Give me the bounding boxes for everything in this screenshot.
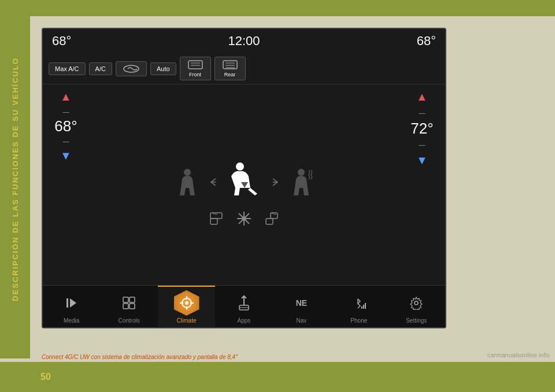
nav-hex: NE [288, 290, 314, 316]
side-label-container: DESCRIPCIÓN DE LAS FUNCIONES DE SU VEHÍC… [0, 0, 30, 358]
svg-rect-36 [365, 303, 366, 309]
svg-rect-22 [123, 297, 128, 302]
rear-defrost-icon [222, 60, 238, 71]
phone-label: Phone [350, 317, 367, 324]
airflow-mode-button[interactable] [116, 61, 147, 76]
media-hex [59, 290, 84, 316]
infotainment-screen: 68° 12:00 68° Max A/C A/C Auto [42, 28, 446, 328]
auto-button[interactable]: Auto [150, 62, 176, 75]
apps-hex [231, 290, 257, 316]
phone-icon [352, 296, 366, 310]
rear-defrost-button[interactable]: Rear [214, 57, 246, 80]
side-label-text: DESCRIPCIÓN DE LAS FUNCIONES DE SU VEHÍC… [11, 57, 20, 301]
controls-bar: Max A/C A/C Auto Front [43, 53, 445, 84]
max-ac-button[interactable]: Max A/C [49, 62, 86, 75]
svg-point-37 [415, 301, 418, 305]
left-airflow-arrows [208, 176, 219, 188]
svg-rect-1 [188, 61, 202, 69]
seat-heat-row [208, 210, 280, 229]
apps-icon [237, 295, 251, 311]
svg-rect-25 [130, 304, 135, 309]
watermark: carmanualsonline.info [487, 352, 549, 358]
front-label: Front [189, 72, 201, 77]
right-temp-up-button[interactable]: ▲ [416, 90, 428, 103]
svg-rect-18 [266, 219, 273, 224]
svg-rect-23 [130, 297, 135, 302]
svg-rect-12 [210, 213, 222, 219]
right-airflow-arrows [269, 176, 281, 188]
left-zone-temp: 68° [54, 117, 77, 135]
settings-icon [409, 296, 423, 310]
controls-icon [122, 296, 136, 310]
seat-heat-right-button[interactable] [264, 210, 280, 229]
page-background: DESCRIPCIÓN DE LAS FUNCIONES DE SU VEHÍC… [0, 0, 555, 392]
left-temp-down-button[interactable]: ▼ [60, 149, 72, 162]
right-seat-heat-icon [290, 168, 312, 197]
nav-navigation[interactable]: NE Nav [273, 286, 330, 327]
svg-rect-21 [66, 298, 68, 308]
controls-hex [116, 290, 142, 316]
svg-rect-11 [210, 219, 217, 224]
settings-label: Settings [406, 317, 427, 324]
nav-bar: Media Controls [43, 285, 445, 327]
settings-hex [404, 290, 429, 316]
rear-label: Rear [224, 72, 236, 77]
bottom-stripe: 50 [0, 362, 555, 392]
svg-rect-35 [363, 305, 364, 309]
climate-label: Climate [177, 317, 197, 324]
apps-label: Apps [238, 317, 251, 324]
left-seat-icon [176, 168, 198, 197]
right-temp-panel: ▲ — 72° — ▼ [405, 90, 439, 300]
phone-hex [346, 290, 372, 316]
nav-phone[interactable]: Phone [330, 286, 387, 327]
controls-label: Controls [119, 317, 140, 324]
climate-icon [179, 295, 195, 311]
nav-controls[interactable]: Controls [100, 286, 157, 327]
right-temp-display: 68° [417, 34, 436, 49]
seat-heat-left-button[interactable] [208, 210, 224, 229]
climate-center [86, 90, 402, 300]
seat-icons-row [176, 162, 312, 202]
screen-caption: Connect 4G/C UW con sistema de climatiza… [42, 354, 238, 360]
front-defrost-button[interactable]: Front [180, 57, 211, 80]
main-seat-icon [228, 162, 260, 202]
nav-compass-icon: NE [296, 298, 307, 308]
page-number: 50 [40, 372, 51, 382]
cool-icon [236, 210, 252, 227]
nav-media[interactable]: Media [43, 286, 100, 327]
svg-point-27 [185, 301, 188, 305]
svg-rect-24 [123, 304, 128, 309]
front-defrost-icon [187, 60, 204, 71]
right-temp-down-button[interactable]: ▼ [416, 154, 428, 167]
svg-rect-34 [361, 306, 362, 309]
nav-label: Nav [297, 317, 307, 324]
left-temp-panel: ▲ — 68° — ▼ [49, 90, 83, 300]
svg-point-10 [298, 169, 305, 176]
media-icon [65, 296, 79, 310]
seat-heat-left-icon [208, 210, 224, 227]
media-label: Media [64, 317, 79, 324]
time-display: 12:00 [228, 34, 260, 49]
ac-button[interactable]: A/C [89, 62, 112, 75]
seat-heat-right-icon [264, 210, 280, 227]
nav-settings[interactable]: Settings [388, 286, 445, 327]
svg-point-9 [236, 162, 244, 171]
svg-point-8 [184, 169, 191, 176]
nav-climate[interactable]: Climate [158, 286, 215, 327]
climate-body: ▲ — 68° — ▼ [43, 84, 445, 306]
left-temp-up-button[interactable]: ▲ [60, 90, 72, 103]
nav-apps[interactable]: Apps [215, 286, 272, 327]
climate-hex [174, 290, 199, 316]
airflow-icon [123, 64, 139, 73]
screen-header: 68° 12:00 68° [43, 29, 445, 53]
left-temp-display: 68° [52, 34, 71, 49]
right-zone-temp: 72° [410, 120, 433, 138]
cool-button[interactable] [236, 210, 252, 229]
top-stripe [0, 0, 555, 16]
